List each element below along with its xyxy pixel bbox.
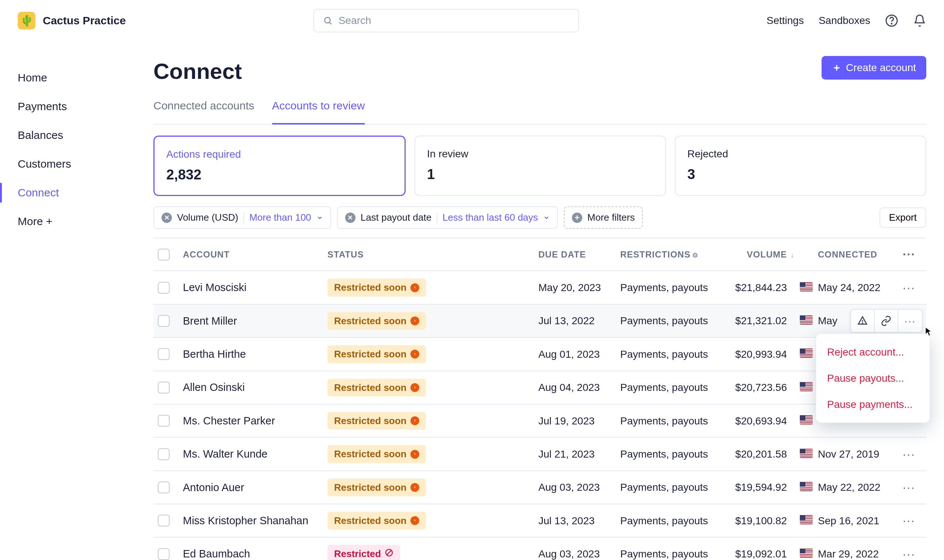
- more-filters-button[interactable]: + More filters: [564, 206, 643, 228]
- row-actions-icon[interactable]: ···: [896, 545, 922, 560]
- row-checkbox[interactable]: [158, 348, 170, 360]
- status-cell: Restricted soon: [327, 379, 534, 397]
- row-checkbox[interactable]: [158, 548, 170, 560]
- table-row[interactable]: Miss Kristopher Shanahan Restricted soon…: [153, 505, 926, 537]
- table-row[interactable]: Ms. Chester Parker Restricted soon Jul 1…: [153, 405, 926, 438]
- row-checkbox[interactable]: [158, 448, 170, 460]
- volume-cell: $19,092.01: [728, 547, 794, 560]
- row-checkbox[interactable]: [158, 315, 170, 327]
- stat-card-in-review[interactable]: In review 1: [415, 135, 666, 196]
- table-row[interactable]: Antonio Auer Restricted soon Aug 03, 202…: [153, 471, 926, 505]
- search-input[interactable]: [338, 14, 569, 27]
- clock-icon: [410, 317, 419, 325]
- table-row[interactable]: Ms. Walter Kunde Restricted soon Jul 21,…: [153, 438, 926, 471]
- status-badge-label: Restricted soon: [334, 281, 407, 294]
- table-row[interactable]: Levi Mosciski Restricted soon May 20, 20…: [153, 271, 926, 304]
- column-options-icon[interactable]: ···: [896, 246, 922, 263]
- row-actions-icon[interactable]: ···: [896, 445, 922, 463]
- clock-icon: [410, 283, 419, 292]
- help-icon[interactable]: [885, 14, 898, 27]
- due-date-cell: Aug 01, 2023: [538, 347, 616, 362]
- row-hover-actions: ···: [850, 309, 922, 333]
- card-label: Actions required: [166, 147, 393, 162]
- status-badge-restricted-soon: Restricted soon: [327, 345, 426, 363]
- filter-chip-last-payout-date[interactable]: ✕ Last payout date Less than last 60 day…: [337, 206, 558, 228]
- col-volume[interactable]: VOLUME ↓: [728, 248, 794, 261]
- plus-small-icon: +: [572, 212, 582, 223]
- volume-cell: $19,594.92: [728, 480, 794, 494]
- table-row[interactable]: Brent Miller Restricted soon Jul 13, 202…: [153, 305, 926, 338]
- remove-filter-icon[interactable]: ✕: [162, 212, 172, 223]
- row-checkbox[interactable]: [158, 382, 170, 394]
- stat-card-rejected[interactable]: Rejected 3: [675, 135, 926, 196]
- table-row[interactable]: Ed Baumbach Restricted Aug 03, 2023 Paym…: [153, 537, 926, 560]
- gear-small-icon: ⚙: [692, 252, 699, 259]
- sidebar-item-more-[interactable]: More +: [18, 207, 139, 236]
- restrictions-cell: Payments, payouts: [620, 480, 723, 494]
- restrictions-cell: Payments, payouts: [620, 447, 723, 461]
- dropdown-item-pause-payouts-[interactable]: Pause payouts...: [816, 365, 930, 391]
- row-actions-dropdown: Reject account...Pause payouts...Pause p…: [816, 334, 930, 423]
- status-badge-restricted-soon: Restricted soon: [327, 478, 426, 496]
- status-badge-label: Restricted soon: [334, 514, 407, 527]
- remove-filter-icon[interactable]: ✕: [345, 212, 355, 223]
- select-all-checkbox[interactable]: [158, 249, 170, 260]
- clock-icon: [410, 416, 419, 425]
- page-title: Connect: [153, 56, 242, 87]
- sidebar-item-payments[interactable]: Payments: [18, 92, 139, 121]
- row-actions-icon[interactable]: ···: [896, 279, 922, 297]
- sidebar-item-customers[interactable]: Customers: [18, 149, 139, 178]
- row-more-button[interactable]: ···: [898, 310, 922, 332]
- row-actions-icon[interactable]: ···: [896, 478, 922, 496]
- table-row[interactable]: Bertha Hirthe Restricted soon Aug 01, 20…: [153, 338, 926, 371]
- col-connected[interactable]: CONNECTED: [818, 248, 892, 261]
- nav-settings[interactable]: Settings: [767, 13, 804, 28]
- bell-icon[interactable]: [913, 14, 926, 27]
- due-date-cell: Jul 19, 2023: [538, 414, 616, 428]
- status-badge-restricted-soon: Restricted soon: [327, 445, 426, 463]
- create-account-button[interactable]: Create account: [822, 56, 926, 80]
- connected-cell: Sep 16, 2021: [818, 514, 892, 528]
- copy-link-icon[interactable]: [875, 310, 898, 332]
- tab-connected-accounts[interactable]: Connected accounts: [153, 93, 255, 125]
- col-due-date[interactable]: DUE DATE: [538, 248, 616, 261]
- flag-action-icon[interactable]: [851, 310, 875, 332]
- col-account[interactable]: ACCOUNT: [183, 248, 323, 261]
- row-checkbox[interactable]: [158, 415, 170, 427]
- brand[interactable]: 🌵 Cactus Practice: [18, 12, 126, 29]
- volume-cell: $20,201.58: [728, 447, 794, 461]
- create-account-label: Create account: [846, 62, 916, 74]
- volume-cell: $19,100.82: [728, 514, 794, 528]
- volume-cell: $20,693.94: [728, 414, 794, 428]
- row-checkbox[interactable]: [158, 515, 170, 526]
- col-restrictions[interactable]: RESTRICTIONS⚙: [620, 248, 723, 261]
- sidebar-item-home[interactable]: Home: [18, 63, 139, 92]
- dropdown-item-pause-payments-[interactable]: Pause payments...: [816, 391, 930, 417]
- nav-sandboxes[interactable]: Sandboxes: [819, 13, 870, 28]
- export-button[interactable]: Export: [879, 208, 926, 228]
- row-checkbox[interactable]: [158, 282, 170, 294]
- country-flag-us-icon: [799, 313, 813, 329]
- clock-icon: [410, 450, 419, 459]
- row-actions-icon[interactable]: ···: [896, 512, 922, 529]
- status-badge-restricted-soon: Restricted soon: [327, 278, 426, 296]
- tab-accounts-to-review[interactable]: Accounts to review: [272, 93, 365, 125]
- due-date-cell: Aug 04, 2023: [538, 380, 616, 395]
- status-cell: Restricted soon: [327, 278, 534, 296]
- col-status[interactable]: STATUS: [327, 248, 534, 261]
- country-flag-us-icon: [799, 280, 813, 295]
- restrictions-cell: Payments, payouts: [620, 414, 723, 428]
- account-name: Levi Mosciski: [183, 280, 323, 295]
- filter-chip-volume-usd-[interactable]: ✕ Volume (USD) More than 100: [153, 206, 331, 228]
- restrictions-cell: Payments, payouts: [620, 280, 723, 295]
- stat-card-actions-required[interactable]: Actions required 2,832: [153, 135, 406, 196]
- due-date-cell: Jul 21, 2023: [538, 447, 616, 461]
- sidebar-item-connect[interactable]: Connect: [18, 178, 139, 207]
- table-row[interactable]: Allen Osinski Restricted soon Aug 04, 20…: [153, 371, 926, 405]
- status-badge-label: Restricted soon: [334, 481, 407, 494]
- sidebar-item-balances[interactable]: Balances: [18, 121, 139, 149]
- dropdown-item-reject-account-[interactable]: Reject account...: [816, 339, 930, 365]
- sort-desc-icon: ↓: [788, 252, 794, 259]
- row-checkbox[interactable]: [158, 482, 170, 493]
- search-input-wrap[interactable]: [313, 9, 579, 32]
